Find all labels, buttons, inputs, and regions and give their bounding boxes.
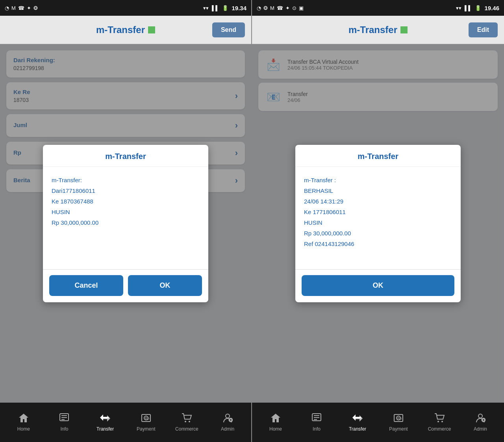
whatsapp-icon: ❂ (33, 5, 38, 11)
left-dialog-footer: Cancel OK (43, 269, 208, 302)
right-dialog-line3: 24/06 14:31:29 (304, 196, 452, 207)
left-nav-admin[interactable]: Admin (213, 413, 242, 432)
left-nav-info-label: Info (60, 426, 68, 432)
right-nav-commerce[interactable]: Commerce (425, 413, 454, 432)
gmail-icon-r: M (270, 5, 274, 11)
svg-text:Rp: Rp (397, 416, 402, 420)
right-dialog-footer: OK (295, 269, 461, 302)
right-nav-admin-label: Admin (474, 426, 487, 432)
right-nav-admin[interactable]: Admin (466, 413, 495, 432)
left-nav-transfer[interactable]: Transfer (91, 413, 119, 432)
left-dialog: m-Transfer m-Transfer: Dari1771806011 Ke… (43, 145, 208, 302)
transfer-icon-r (352, 413, 363, 425)
right-nav-info-label: Info (313, 426, 321, 432)
right-nav-transfer[interactable]: Transfer (343, 413, 372, 432)
right-dialog-body: m-Transfer : BERHASIL 24/06 14:31:29 Ke … (295, 167, 461, 269)
clock-icon-r: ◔ (257, 5, 261, 11)
svg-point-8 (189, 421, 190, 422)
home-icon-r (270, 413, 281, 425)
svg-text:Rp: Rp (145, 416, 150, 420)
left-dialog-line4: HUSIN (52, 207, 200, 217)
left-nav-home[interactable]: Home (9, 413, 38, 432)
right-dialog-line2: BERHASIL (304, 185, 452, 196)
left-dialog-line1: m-Transfer: (52, 175, 200, 185)
admin-icon (222, 413, 233, 425)
right-dialog-line7: Ref 024143129046 (304, 239, 452, 249)
left-nav-admin-label: Admin (221, 426, 234, 432)
right-dialog: m-Transfer m-Transfer : BERHASIL 24/06 1… (295, 145, 461, 302)
left-content-area: Dari Rekening: 0212799198 Ke Re 18703 › … (0, 44, 251, 403)
left-panel: ◔ M ☎ ✦ ❂ ▾▾ ▌▌ 🔋 19.34 m-Transfer Send … (0, 0, 252, 442)
right-nav-transfer-label: Transfer (349, 426, 366, 432)
left-nav-commerce[interactable]: Commerce (172, 413, 201, 432)
media-icon-r: ▣ (299, 5, 304, 11)
left-nav-payment[interactable]: Rp Payment (132, 413, 160, 432)
left-dialog-body: m-Transfer: Dari1771806011 Ke 1870367488… (43, 167, 208, 269)
right-dialog-line1: m-Transfer : (304, 175, 452, 185)
right-dialog-title: m-Transfer (295, 145, 461, 167)
admin-icon-r (475, 413, 485, 425)
right-nav-payment[interactable]: Rp Payment (384, 413, 413, 432)
right-nav-payment-label: Payment (389, 426, 408, 432)
right-overlay: m-Transfer m-Transfer : BERHASIL 24/06 1… (252, 44, 504, 403)
phone-icon: ☎ (18, 5, 24, 11)
signal-icon-r: ▌▌ (465, 5, 472, 11)
info-icon (59, 413, 69, 425)
left-nav-transfer-label: Transfer (96, 426, 114, 432)
payment-icon-r: Rp (393, 413, 404, 425)
left-nav-commerce-label: Commerce (175, 426, 198, 432)
left-status-icons: ◔ M ☎ ✦ ❂ (5, 5, 38, 11)
right-edit-button[interactable]: Edit (469, 22, 498, 37)
right-dialog-line6: Rp 30,000,000.00 (304, 228, 452, 239)
right-nav-home-label: Home (269, 426, 282, 432)
right-bottom-nav: Home Info Transfer (252, 403, 504, 442)
left-top-bar: m-Transfer Send (0, 16, 251, 44)
battery-icon: 🔋 (222, 5, 228, 11)
right-status-icons: ◔ ❂ M ☎ ✦ ⊙ ▣ (257, 5, 304, 11)
transfer-icon (99, 413, 111, 425)
left-green-square (148, 26, 155, 33)
payment-icon: Rp (141, 413, 151, 425)
info-icon-r (311, 413, 322, 425)
left-dialog-line2: Dari1771806011 (52, 185, 200, 196)
left-nav-home-label: Home (17, 426, 30, 432)
right-time: 19.46 (484, 5, 499, 11)
whatsapp-icon-r: ❂ (263, 5, 268, 11)
battery-icon-r: 🔋 (475, 5, 481, 11)
commerce-icon-r (434, 413, 445, 425)
right-green-square (400, 26, 408, 33)
left-nav-payment-label: Payment (137, 426, 155, 432)
svg-point-19 (441, 421, 443, 422)
svg-point-20 (478, 414, 482, 418)
left-cancel-button[interactable]: Cancel (49, 275, 123, 296)
svg-point-7 (185, 421, 186, 422)
svg-point-18 (437, 421, 439, 422)
left-dialog-line5: Rp 30,000,000.00 (52, 217, 200, 228)
right-content-area: 📩 Transfer BCA Virtual Account 24/06 15:… (252, 44, 504, 403)
notification-icon: ✦ (27, 5, 31, 11)
left-time: 19.34 (232, 5, 246, 11)
right-nav-home[interactable]: Home (261, 413, 290, 432)
notification-icon-r: ✦ (285, 5, 290, 11)
right-status-bar: ◔ ❂ M ☎ ✦ ⊙ ▣ ▾▾ ▌▌ 🔋 19.46 (252, 0, 504, 16)
commerce-icon (181, 413, 192, 425)
right-panel: ◔ ❂ M ☎ ✦ ⊙ ▣ ▾▾ ▌▌ 🔋 19.46 m-Transfer E… (252, 0, 504, 442)
wifi-icon-r: ▾▾ (456, 5, 461, 11)
left-dialog-line3: Ke 1870367488 (52, 196, 200, 207)
gmail-icon: M (11, 5, 16, 11)
right-app-title: m-Transfer (348, 24, 397, 35)
right-nav-info[interactable]: Info (302, 413, 331, 432)
home-icon (18, 413, 29, 425)
globe-icon-r: ⊙ (292, 5, 296, 11)
left-status-bar: ◔ M ☎ ✦ ❂ ▾▾ ▌▌ 🔋 19.34 (0, 0, 251, 16)
signal-icon: ▌▌ (212, 5, 219, 11)
clock-icon: ◔ (5, 5, 9, 11)
left-send-button[interactable]: Send (212, 22, 245, 37)
right-dialog-line4: Ke 1771806011 (304, 207, 452, 217)
left-overlay: m-Transfer m-Transfer: Dari1771806011 Ke… (0, 44, 251, 403)
right-ok-button[interactable]: OK (302, 275, 454, 296)
left-nav-info[interactable]: Info (50, 413, 78, 432)
left-ok-button[interactable]: OK (128, 275, 202, 296)
left-app-title: m-Transfer (96, 24, 145, 35)
phone-icon-r: ☎ (277, 5, 283, 11)
